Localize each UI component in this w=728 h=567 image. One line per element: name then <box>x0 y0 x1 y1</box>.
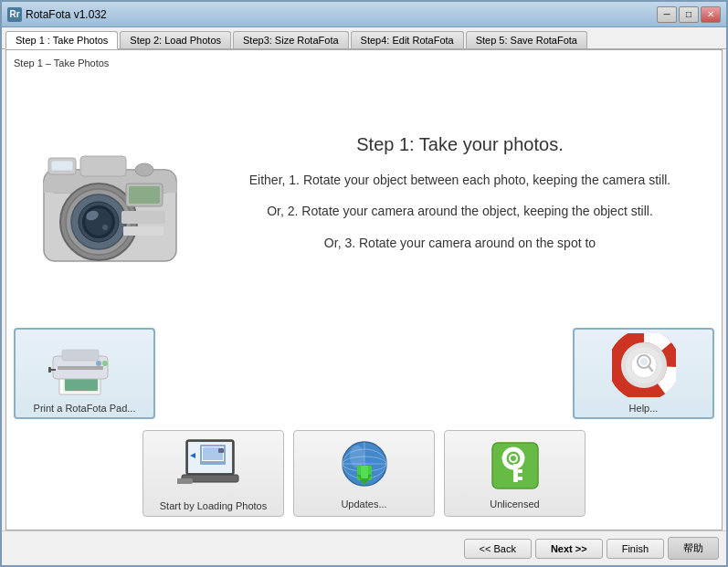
window-controls: ─ □ ✕ <box>657 6 721 23</box>
svg-rect-17 <box>121 211 165 224</box>
svg-rect-24 <box>62 350 99 361</box>
svg-point-27 <box>102 361 108 366</box>
finish-button[interactable]: Finish <box>607 539 664 559</box>
left-buttons: Print a RotaFota Pad... <box>14 328 155 419</box>
svg-rect-61 <box>518 469 522 473</box>
camera-illustration-area <box>14 76 206 322</box>
camera-icon <box>30 120 190 279</box>
main-content-area: Step 1 – Take Photos <box>5 49 723 530</box>
unlicensed-label: Unlicensed <box>490 499 539 509</box>
svg-rect-3 <box>80 156 126 176</box>
instructions-title: Step 1: Take your photos. <box>224 134 696 155</box>
help-button[interactable]: Help... <box>573 328 714 419</box>
instruction-1: Either, 1. Rotate your object between ea… <box>224 170 696 190</box>
updates-button[interactable]: Updates... <box>293 430 435 517</box>
svg-rect-22 <box>65 378 98 391</box>
start-loading-button[interactable]: Start by Loading Photos <box>142 430 284 517</box>
svg-rect-60 <box>513 464 518 482</box>
svg-rect-18 <box>123 226 164 236</box>
tab-take-photos[interactable]: Step 1 : Take Photos <box>5 31 118 49</box>
title-bar: Rr RotaFota v1.032 ─ □ ✕ <box>2 2 726 27</box>
app-icon: Rr <box>7 7 22 22</box>
minimize-button[interactable]: ─ <box>657 6 677 23</box>
bottom-buttons-section: Start by Loading Photos <box>14 425 714 522</box>
globe-icon <box>337 438 392 493</box>
laptop-icon <box>177 436 250 495</box>
tab-load-photos[interactable]: Step 2: Load Photos <box>120 31 231 48</box>
help-nav-button[interactable]: 帮助 <box>668 537 719 560</box>
tab-edit-rotafota[interactable]: Step4: Edit RotaFota <box>351 31 464 48</box>
instruction-2: Or, 2. Rotate your camera around the obj… <box>224 201 696 221</box>
help-label: Help... <box>629 403 659 414</box>
svg-rect-25 <box>58 366 103 370</box>
right-buttons: Help... <box>573 328 714 419</box>
key-icon <box>488 438 543 493</box>
print-pad-button[interactable]: Print a RotaFota Pad... <box>14 328 155 419</box>
unlicensed-button[interactable]: Unlicensed <box>444 430 586 517</box>
updates-label: Updates... <box>341 499 386 509</box>
instructions-text: Either, 1. Rotate your object between ea… <box>224 170 696 264</box>
back-button[interactable]: << Back <box>464 539 532 559</box>
navigation-bar: << Back Next >> Finish 帮助 <box>2 530 726 565</box>
lifesaver-icon <box>612 333 676 397</box>
printer-icon <box>48 333 121 397</box>
svg-rect-16 <box>129 186 160 204</box>
svg-point-59 <box>511 456 516 461</box>
tab-size-rotafota[interactable]: Step3: Size RotaFota <box>233 31 349 48</box>
svg-rect-29 <box>48 367 51 373</box>
instructions-area: Step 1: Take your photos. Either, 1. Rot… <box>206 76 714 322</box>
svg-point-14 <box>102 225 108 230</box>
window-title: RotaFota v1.032 <box>26 8 657 21</box>
start-loading-label: Start by Loading Photos <box>160 500 267 511</box>
close-button[interactable]: ✕ <box>701 6 721 23</box>
side-buttons-section: Print a RotaFota Pad... <box>14 322 714 425</box>
main-window: Rr RotaFota v1.032 ─ □ ✕ Step 1 : Take P… <box>0 0 728 567</box>
svg-point-35 <box>640 358 648 365</box>
svg-rect-43 <box>177 478 193 484</box>
svg-rect-5 <box>51 161 73 171</box>
tabs-bar: Step 1 : Take Photos Step 2: Load Photos… <box>2 27 726 49</box>
svg-rect-62 <box>518 477 522 480</box>
svg-rect-55 <box>361 466 368 478</box>
svg-point-6 <box>135 163 153 176</box>
svg-rect-46 <box>218 448 224 453</box>
maximize-button[interactable]: □ <box>679 6 699 23</box>
tab-save-rotafota[interactable]: Step 5: Save RotaFota <box>466 31 587 48</box>
svg-point-26 <box>96 361 101 366</box>
print-pad-label: Print a RotaFota Pad... <box>34 403 136 414</box>
top-section: Step 1: Take your photos. Either, 1. Rot… <box>14 76 714 322</box>
step-subtitle: Step 1 – Take Photos <box>14 58 714 68</box>
next-button[interactable]: Next >> <box>535 539 603 559</box>
instruction-3: Or, 3. Rotate your camera around on the … <box>224 233 696 253</box>
content-area: Step 1: Take your photos. Either, 1. Rot… <box>14 76 714 522</box>
